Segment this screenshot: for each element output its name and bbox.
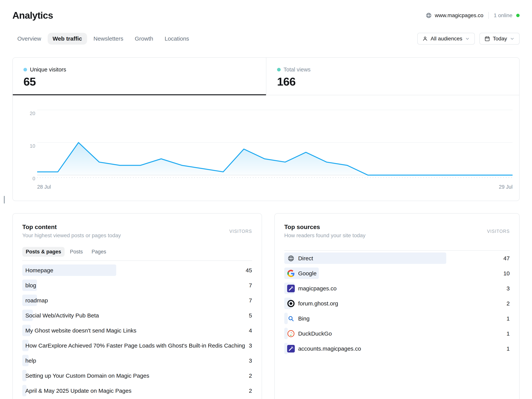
y-tick-label: 20 (13, 111, 35, 116)
stat-value: 166 (277, 75, 519, 88)
detail-cards: Top content Your highest viewed posts or… (12, 213, 520, 399)
site-domain[interactable]: www.magicpages.co (435, 12, 483, 19)
row-visitors-value: 5 (245, 312, 252, 319)
site-info[interactable]: www.magicpages.co 1 online (426, 12, 520, 19)
row-visitors-value: 45 (242, 267, 252, 274)
globe-icon (287, 254, 295, 262)
tabbar: OverviewWeb trafficNewslettersGrowthLoca… (12, 33, 520, 44)
audience-filter-button[interactable]: All audiences (417, 33, 475, 44)
stat-label: Unique visitors (30, 66, 66, 73)
stats-row: Unique visitors 65 Total views 166 (13, 58, 519, 95)
x-label-end: 29 Jul (499, 184, 513, 190)
row-visitors-value: 7 (245, 297, 252, 304)
stat-total-views[interactable]: Total views 166 (266, 58, 519, 95)
row-visitors-value: 3 (503, 285, 510, 292)
content-tab-pages[interactable]: Pages (88, 247, 110, 257)
content-row-help[interactable]: help3 (22, 353, 252, 368)
divider (22, 260, 252, 261)
x-label-start: 28 Jul (37, 184, 51, 190)
tab-growth[interactable]: Growth (130, 33, 158, 44)
row-label: Bing (284, 315, 310, 323)
row-visitors-value: 3 (245, 342, 252, 349)
row-label: Direct (284, 254, 313, 262)
online-status-dot (516, 14, 520, 17)
tab-newsletters[interactable]: Newsletters (89, 33, 128, 44)
content-row-roadmap[interactable]: roadmap7 (22, 293, 252, 308)
content-row-social-web-activity-pub-beta[interactable]: Social Web/Activity Pub Beta5 (22, 308, 252, 323)
nav-tabs: OverviewWeb trafficNewslettersGrowthLoca… (12, 33, 194, 44)
row-label: help (22, 357, 36, 364)
row-label: Homepage (22, 267, 53, 274)
content-row-blog[interactable]: blog7 (22, 278, 252, 293)
row-label: accounts.magicpages.co (284, 345, 361, 353)
row-label: blog (22, 282, 36, 289)
row-label: April & May 2025 Update on Magic Pages (22, 387, 132, 394)
tab-locations[interactable]: Locations (160, 33, 194, 44)
card-subtitle: How readers found your site today (284, 233, 510, 239)
row-label: forum.ghost.org (284, 300, 338, 307)
bing-icon (287, 315, 295, 323)
area-chart (37, 99, 513, 179)
row-visitors-value: 3 (245, 357, 252, 364)
row-label: DuckDuckGo (284, 330, 332, 337)
content-row-my-ghost-website-doesn-t-send-magic-link[interactable]: My Ghost website doesn't send Magic Link… (22, 323, 252, 338)
source-row-magicpages.co[interactable]: magicpages.co3 (284, 281, 510, 296)
unique-visitors-dot (23, 68, 27, 71)
row-visitors-value: 2 (245, 387, 252, 394)
content-row-setting-up-your-custom-domain-on-magic-p[interactable]: Setting up Your Custom Domain on Magic P… (22, 368, 252, 383)
stat-label: Total views (284, 66, 310, 73)
analytics-page: Analytics www.magicpages.co 1 online Ove… (0, 0, 532, 399)
tab-web-traffic[interactable]: Web traffic (48, 33, 87, 44)
stat-unique-visitors[interactable]: Unique visitors 65 (13, 58, 266, 95)
source-row-bing[interactable]: Bing1 (284, 311, 510, 326)
ghost-forum-icon (287, 300, 295, 307)
row-visitors-value: 2 (503, 300, 510, 307)
page-title: Analytics (12, 10, 53, 21)
row-visitors-value: 47 (500, 255, 510, 262)
content-tab-posts-pages[interactable]: Posts & pages (22, 247, 65, 257)
row-visitors-value: 10 (500, 270, 510, 277)
online-count: 1 online (494, 12, 512, 19)
card-title: Top sources (284, 223, 510, 231)
row-visitors-value: 2 (245, 373, 252, 379)
source-row-google[interactable]: Google10 (284, 266, 510, 281)
content-row-how-carexplore-achieved-70-faster-page-l[interactable]: How CarExplore Achieved 70% Faster Page … (22, 338, 252, 353)
content-tabs: Posts & pagesPostsPages (22, 247, 252, 257)
visitors-column-header: VISITORS (229, 229, 252, 234)
content-row-homepage[interactable]: Homepage45 (22, 263, 252, 278)
row-visitors-value: 1 (503, 345, 510, 352)
source-row-forum.ghost.org[interactable]: forum.ghost.org2 (284, 296, 510, 311)
header-separator (488, 12, 489, 19)
stat-value: 65 (23, 75, 266, 88)
y-tick-label: 10 (13, 143, 35, 149)
card-title: Top content (22, 223, 252, 231)
magicpages-icon (287, 345, 295, 353)
tab-overview[interactable]: Overview (12, 33, 46, 44)
traffic-panel: Unique visitors 65 Total views 166 01020… (12, 57, 520, 201)
x-axis-labels: 28 Jul 29 Jul (37, 184, 513, 190)
google-icon (287, 270, 295, 277)
chart-plot-area (37, 99, 513, 179)
source-row-duckduckgo[interactable]: DuckDuckGo1 (284, 326, 510, 341)
source-row-accounts.magicpages.co[interactable]: accounts.magicpages.co1 (284, 341, 510, 356)
date-range-button[interactable]: Today (479, 33, 520, 44)
globe-icon (426, 12, 432, 19)
filters: All audiences Today (417, 33, 520, 44)
row-label: My Ghost website doesn't send Magic Link… (22, 327, 136, 334)
source-row-direct[interactable]: Direct47 (284, 251, 510, 266)
card-subtitle: Your highest viewed posts or pages today (22, 233, 252, 239)
top-sources-card: Top sources How readers found your site … (274, 213, 520, 399)
row-label: Google (284, 270, 317, 277)
audience-filter-label: All audiences (431, 36, 462, 42)
row-visitors-value: 4 (245, 327, 252, 334)
row-label: magicpages.co (284, 285, 337, 292)
person-icon (422, 36, 428, 42)
content-tab-posts[interactable]: Posts (66, 247, 86, 257)
magicpages-icon (287, 285, 295, 292)
chevron-down-icon (510, 36, 515, 41)
row-label: Setting up Your Custom Domain on Magic P… (22, 373, 149, 379)
date-range-label: Today (493, 36, 507, 42)
content-row-april-may-2025-update-on-magic-pages[interactable]: April & May 2025 Update on Magic Pages2 (22, 383, 252, 398)
row-visitors-value: 7 (245, 282, 252, 289)
top-sources-list: Direct47Google10magicpages.co3forum.ghos… (284, 251, 510, 356)
